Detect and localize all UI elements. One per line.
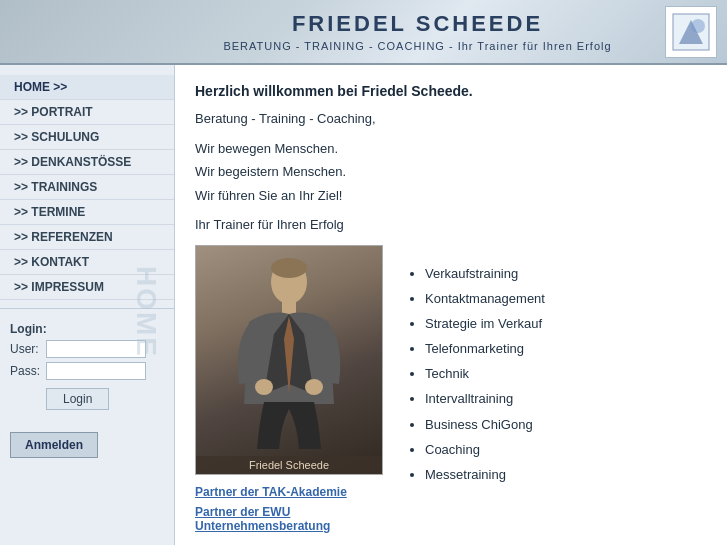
login-button[interactable]: Login [46, 388, 109, 410]
list-item: Messetraining [425, 466, 707, 484]
intro-line: Beratung - Training - Coaching, [195, 109, 707, 129]
list-item: Kontaktmanagement [425, 290, 707, 308]
site-title: FRIEDEL SCHEEDE [292, 11, 543, 37]
pass-label: Pass: [10, 364, 46, 378]
list-item: Verkaufstraining [425, 265, 707, 283]
nav-container: HOME >>>> PORTRAIT>> SCHULUNG>> DENKANST… [0, 75, 174, 300]
intro-line: Ihr Trainer für Ihren Erfolg [195, 215, 707, 235]
profile-photo: Friedel Scheede [195, 245, 383, 475]
nav-item-portrait[interactable]: >> PORTRAIT [0, 100, 174, 125]
layout: HOME HOME >>>> PORTRAIT>> SCHULUNG>> DEN… [0, 65, 727, 545]
list-item: Telefonmarketing [425, 340, 707, 358]
nav-item-referenzen[interactable]: >> REFERENZEN [0, 225, 174, 250]
nav-item-trainings[interactable]: >> TRAININGS [0, 175, 174, 200]
list-item: Business ChiGong [425, 416, 707, 434]
list-item: Technik [425, 365, 707, 383]
person-silhouette [219, 254, 359, 454]
pass-input[interactable] [46, 362, 146, 380]
nav-item-schulung[interactable]: >> SCHULUNG [0, 125, 174, 150]
links-block: Partner der TAK-AkademiePartner der EWU … [195, 485, 385, 533]
svg-point-5 [255, 379, 273, 395]
intro-line: Wir führen Sie an Ihr Ziel! [195, 186, 707, 206]
main-content: Herzlich willkommen bei Friedel Scheede.… [175, 65, 727, 545]
header-logo [665, 6, 717, 58]
welcome-heading: Herzlich willkommen bei Friedel Scheede. [195, 83, 707, 99]
intro-text: Beratung - Training - Coaching,Wir beweg… [195, 109, 707, 235]
intro-line: Wir bewegen Menschen. [195, 139, 707, 159]
partner-link[interactable]: Partner der TAK-Akademie [195, 485, 385, 499]
list-item: Intervalltraining [425, 390, 707, 408]
user-input[interactable] [46, 340, 146, 358]
nav-item-termine[interactable]: >> TERMINE [0, 200, 174, 225]
header: FRIEDEL SCHEEDE BERATUNG - TRAINING - CO… [0, 0, 727, 65]
svg-point-6 [305, 379, 323, 395]
list-item: Strategie im Verkauf [425, 315, 707, 333]
photo-block: Friedel Scheede Partner der TAK-Akademie… [195, 245, 385, 539]
header-title-block: FRIEDEL SCHEEDE BERATUNG - TRAINING - CO… [170, 11, 665, 52]
sidebar: HOME HOME >>>> PORTRAIT>> SCHULUNG>> DEN… [0, 65, 175, 545]
nav-item-home[interactable]: HOME >> [0, 75, 174, 100]
user-label: User: [10, 342, 46, 356]
svg-rect-4 [282, 300, 296, 314]
svg-point-3 [271, 258, 307, 278]
nav-item-denkanstoesse[interactable]: >> DENKANSTÖSSE [0, 150, 174, 175]
nav-item-kontakt[interactable]: >> KONTAKT [0, 250, 174, 275]
bullet-list: VerkaufstrainingKontaktmanagementStrateg… [405, 245, 707, 539]
photo-caption: Friedel Scheede [196, 456, 382, 474]
svg-point-1 [691, 19, 705, 33]
partner-link[interactable]: Partner der EWU Unternehmensberatung [195, 505, 385, 533]
login-section: Login: User: Pass: Login [0, 308, 174, 420]
intro-line: Wir begeistern Menschen. [195, 162, 707, 182]
services-list: VerkaufstrainingKontaktmanagementStrateg… [405, 265, 707, 485]
anmelden-button[interactable]: Anmelden [10, 432, 98, 458]
nav-item-impressum[interactable]: >> IMPRESSUM [0, 275, 174, 300]
list-item: Coaching [425, 441, 707, 459]
header-tagline: BERATUNG - TRAINING - COACHING - Ihr Tra… [223, 40, 611, 52]
content-area: Friedel Scheede Partner der TAK-Akademie… [195, 245, 707, 539]
login-label: Login: [10, 322, 47, 336]
